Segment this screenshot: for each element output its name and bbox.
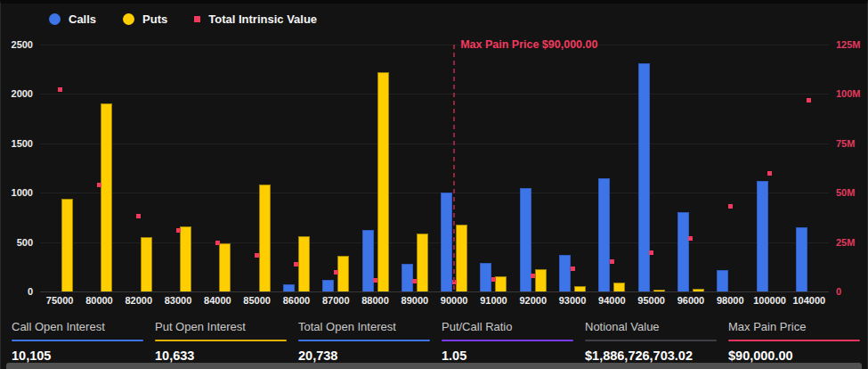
stat-label: Put Open Interest (155, 316, 287, 333)
calls-bar-94000[interactable] (598, 178, 610, 291)
intrinsic-value-dot-82000[interactable] (136, 214, 141, 218)
y-axis-right-tick: 25M (836, 237, 855, 248)
stat-total-open-interest: Total Open Interest20,738 (298, 316, 430, 363)
calls-bar-98000[interactable] (717, 270, 728, 291)
intrinsic-value-dot-80000[interactable] (97, 183, 101, 187)
intrinsic-value-dot-86000[interactable] (294, 262, 298, 266)
y-axis-left-tick: 1000 (1, 187, 33, 198)
puts-bar-93000[interactable] (574, 286, 586, 291)
gridline (40, 242, 829, 243)
x-axis-label-84000: 84000 (198, 295, 237, 306)
x-axis-label-104000: 104000 (790, 295, 829, 306)
puts-bar-88000[interactable] (377, 72, 389, 291)
calls-bar-90000[interactable] (441, 193, 452, 291)
puts-bar-90000[interactable] (456, 225, 467, 291)
x-axis-label-80000: 80000 (79, 295, 118, 306)
calls-bar-91000[interactable] (480, 263, 491, 291)
stats-bar: Call Open Interest10,105Put Open Interes… (12, 316, 860, 363)
y-axis-left-tick: 1500 (1, 138, 33, 149)
calls-bar-87000[interactable] (322, 280, 334, 291)
intrinsic-value-dot-75000[interactable] (58, 87, 62, 92)
intrinsic-value-dot-91000[interactable] (491, 277, 496, 282)
stat-notional-value: Notional Value$1,886,726,703.02 (585, 316, 717, 363)
intrinsic-value-dot-104000[interactable] (807, 98, 811, 102)
intrinsic-value-dot-94000[interactable] (610, 259, 614, 264)
x-axis-label-93000: 93000 (553, 295, 592, 306)
x-axis-label-98000: 98000 (710, 295, 750, 306)
stat-max-pain-price: Max Pain Price$90,000.00 (728, 316, 860, 363)
calls-bar-95000[interactable] (638, 63, 650, 291)
stat-underline (155, 340, 287, 341)
intrinsic-value-dot-87000[interactable] (334, 270, 338, 275)
stat-value: $90,000.00 (728, 348, 860, 363)
stat-value: $1,886,726,703.02 (585, 348, 717, 363)
intrinsic-value-dot-98000[interactable] (728, 204, 733, 209)
calls-bar-88000[interactable] (362, 230, 374, 291)
intrinsic-value-dot-95000[interactable] (649, 250, 653, 255)
x-axis-label-83000: 83000 (158, 295, 198, 306)
stat-label: Max Pain Price (728, 316, 860, 333)
puts-bar-86000[interactable] (298, 236, 310, 291)
stat-label: Total Open Interest (298, 316, 430, 333)
puts-bar-75000[interactable] (61, 199, 73, 291)
calls-bar-100000[interactable] (757, 181, 768, 291)
intrinsic-value-dot-96000[interactable] (688, 236, 693, 241)
intrinsic-value-dot-85000[interactable] (255, 253, 259, 258)
x-axis-label-75000: 75000 (40, 295, 79, 306)
gridline (40, 94, 829, 94)
puts-bar-94000[interactable] (613, 283, 625, 291)
stat-underline (12, 340, 143, 341)
intrinsic-value-dot-92000[interactable] (531, 274, 535, 278)
puts-bar-84000[interactable] (219, 243, 231, 291)
x-axis-label-87000: 87000 (316, 295, 355, 306)
calls-bar-89000[interactable] (402, 264, 413, 291)
gridline (40, 193, 829, 193)
x-axis-label-92000: 92000 (514, 295, 553, 306)
intrinsic-value-dot-93000[interactable] (571, 266, 575, 271)
intrinsic-value-dot-100000[interactable] (767, 171, 772, 176)
window-bottom-edge (6, 363, 862, 369)
stat-underline (298, 340, 430, 341)
stat-value: 10,633 (155, 348, 287, 363)
puts-bar-91000[interactable] (495, 276, 507, 291)
puts-bar-96000[interactable] (693, 289, 704, 291)
puts-bar-80000[interactable] (101, 103, 112, 291)
stat-underline (442, 340, 573, 341)
calls-bar-92000[interactable] (520, 188, 531, 291)
x-axis-label-88000: 88000 (355, 295, 394, 306)
x-axis-label-96000: 96000 (671, 295, 710, 306)
puts-bar-83000[interactable] (180, 226, 191, 291)
intrinsic-value-dot-89000[interactable] (412, 279, 417, 283)
calls-bar-104000[interactable] (796, 227, 807, 291)
puts-bar-85000[interactable] (259, 184, 271, 291)
y-axis-right-tick: 50M (836, 187, 855, 198)
puts-bar-87000[interactable] (337, 256, 349, 291)
x-axis-label-86000: 86000 (277, 295, 316, 306)
stat-underline (585, 340, 717, 341)
x-axis-label-91000: 91000 (474, 295, 513, 306)
stat-value: 20,738 (298, 348, 430, 363)
stat-value: 1.05 (442, 348, 573, 363)
puts-bar-92000[interactable] (535, 269, 547, 291)
stat-underline (728, 340, 860, 341)
puts-bar-95000[interactable] (653, 290, 665, 291)
x-axis-label-95000: 95000 (632, 295, 671, 306)
gridline (40, 45, 829, 45)
puts-bar-82000[interactable] (141, 237, 152, 291)
x-axis-label-89000: 89000 (395, 295, 434, 306)
puts-bar-89000[interactable] (417, 234, 428, 291)
x-axis-label-94000: 94000 (592, 295, 631, 306)
y-axis-right-tick: 0 (836, 286, 841, 297)
intrinsic-value-dot-84000[interactable] (215, 241, 220, 245)
y-axis-right-tick: 100M (836, 88, 861, 99)
y-axis-right-tick: 125M (836, 39, 861, 50)
calls-bar-96000[interactable] (677, 212, 689, 291)
calls-bar-93000[interactable] (559, 255, 571, 291)
stat-label: Notional Value (585, 316, 717, 333)
calls-bar-86000[interactable] (283, 284, 295, 291)
intrinsic-value-dot-88000[interactable] (373, 278, 377, 283)
x-axis-label-90000: 90000 (434, 295, 474, 306)
intrinsic-value-dot-83000[interactable] (176, 228, 181, 233)
max-pain-dashed-line (453, 45, 455, 291)
stat-put-open-interest: Put Open Interest10,633 (155, 316, 287, 363)
